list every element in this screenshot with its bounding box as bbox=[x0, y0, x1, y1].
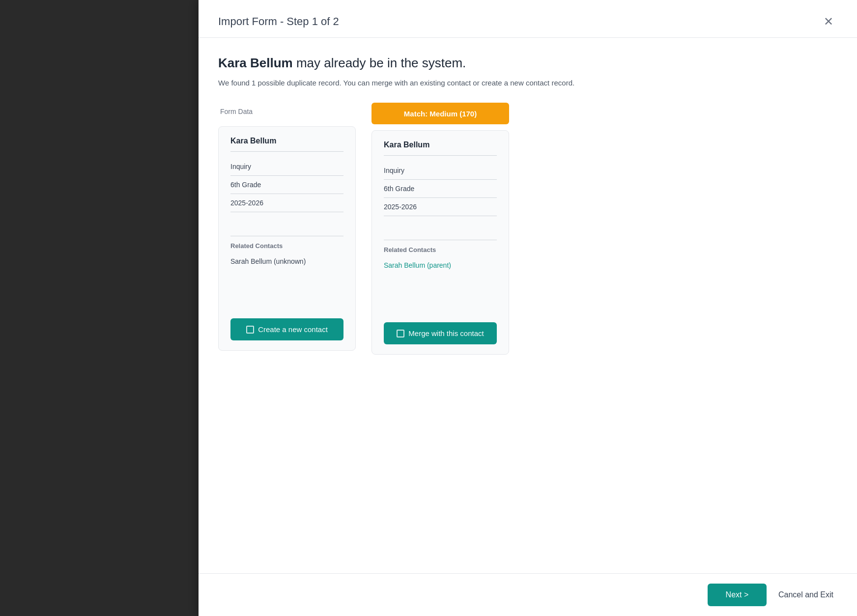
form-card-related-label: Related Contacts bbox=[230, 236, 343, 253]
merge-checkbox-icon bbox=[397, 330, 404, 337]
match-card-related-label: Related Contacts bbox=[384, 240, 497, 257]
modal-header: Import Form - Step 1 of 2 ✕ bbox=[199, 0, 857, 38]
main-heading: Kara Bellum may already be in the system… bbox=[218, 56, 837, 71]
match-card-field1: Inquiry bbox=[384, 162, 497, 180]
form-card-field2: 6th Grade bbox=[230, 176, 343, 194]
import-modal: Import Form - Step 1 of 2 ✕ Kara Bellum … bbox=[199, 0, 857, 616]
match-card: Kara Bellum Inquiry 6th Grade 2025-2026 … bbox=[371, 130, 509, 355]
match-card-field2: 6th Grade bbox=[384, 180, 497, 198]
modal-overlay: Import Form - Step 1 of 2 ✕ Kara Bellum … bbox=[0, 0, 857, 616]
match-card-field3: 2025-2026 bbox=[384, 198, 497, 216]
match-column: Match: Medium (170) Kara Bellum Inquiry … bbox=[371, 103, 509, 355]
create-new-contact-button[interactable]: Create a new contact bbox=[230, 318, 343, 340]
description-text: We found 1 possible duplicate record. Yo… bbox=[218, 79, 837, 87]
form-data-card: Kara Bellum Inquiry 6th Grade 2025-2026 … bbox=[218, 126, 356, 351]
match-card-related-contact[interactable]: Sarah Bellum (parent) bbox=[384, 257, 497, 273]
create-button-label: Create a new contact bbox=[258, 325, 328, 334]
cancel-button[interactable]: Cancel and Exit bbox=[774, 584, 837, 606]
contact-name: Kara Bellum bbox=[218, 56, 293, 70]
form-card-field1: Inquiry bbox=[230, 158, 343, 176]
match-card-spacer bbox=[384, 216, 497, 236]
columns-container: Form Data Kara Bellum Inquiry 6th Grade … bbox=[218, 103, 837, 355]
form-card-spacer bbox=[230, 212, 343, 232]
next-button[interactable]: Next > bbox=[708, 584, 767, 606]
match-card-name: Kara Bellum bbox=[384, 140, 497, 156]
form-card-field3: 2025-2026 bbox=[230, 194, 343, 212]
close-button[interactable]: ✕ bbox=[820, 14, 837, 29]
form-card-name: Kara Bellum bbox=[230, 137, 343, 152]
form-data-column: Form Data Kara Bellum Inquiry 6th Grade … bbox=[218, 103, 356, 351]
form-data-label: Form Data bbox=[218, 103, 356, 120]
modal-title: Import Form - Step 1 of 2 bbox=[218, 15, 339, 28]
match-card-bottom-spacer bbox=[384, 273, 497, 312]
merge-with-contact-button[interactable]: Merge with this contact bbox=[384, 322, 497, 344]
merge-button-label: Merge with this contact bbox=[408, 329, 484, 337]
form-card-bottom-spacer bbox=[230, 269, 343, 308]
match-badge: Match: Medium (170) bbox=[371, 103, 509, 124]
modal-footer: Next > Cancel and Exit bbox=[199, 573, 857, 616]
form-card-related-contact: Sarah Bellum (unknown) bbox=[230, 253, 343, 269]
create-checkbox-icon bbox=[246, 326, 254, 334]
modal-body: Kara Bellum may already be in the system… bbox=[199, 38, 857, 573]
heading-rest: may already be in the system. bbox=[293, 56, 466, 70]
